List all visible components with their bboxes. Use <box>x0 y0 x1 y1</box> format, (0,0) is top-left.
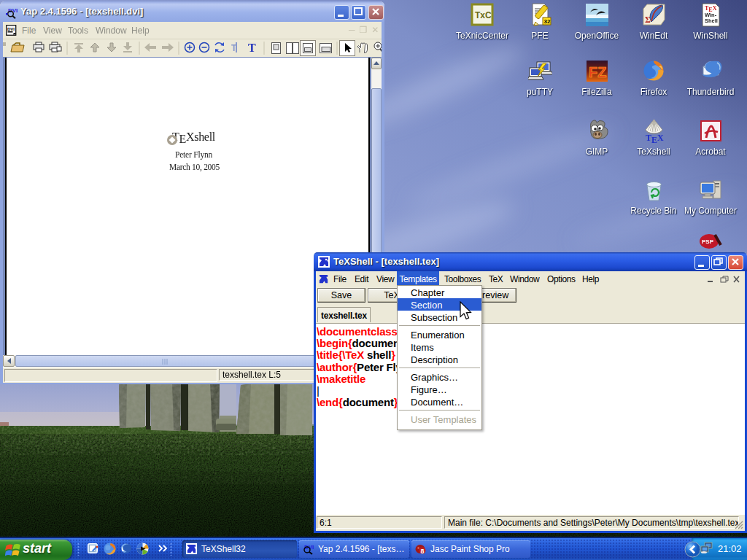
svg-text:32: 32 <box>543 18 550 25</box>
svg-text:PSP: PSP <box>702 238 714 245</box>
svg-text:FZ: FZ <box>589 64 606 80</box>
svg-text:Σ: Σ <box>645 15 651 25</box>
svg-text:TEX: TEX <box>646 133 664 143</box>
svg-text:DVI: DVI <box>7 27 15 31</box>
svg-text:T: T <box>248 42 256 54</box>
svg-text:Shell: Shell <box>705 18 718 24</box>
svg-text:8: 8 <box>421 548 425 555</box>
svg-text:T: T <box>231 43 237 53</box>
svg-text:TxC: TxC <box>475 10 492 20</box>
